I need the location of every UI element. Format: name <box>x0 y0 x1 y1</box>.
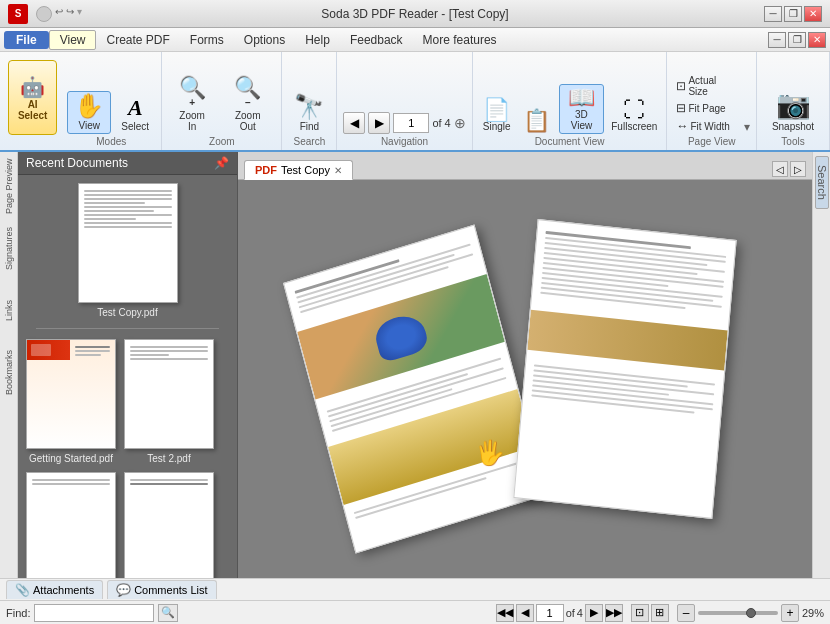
ribbon-restore-btn[interactable]: ❐ <box>788 32 806 48</box>
pdf-canvas[interactable]: 🖐 <box>238 180 812 578</box>
find-bar-label: Find: <box>6 607 30 619</box>
status-bar: Find: 🔍 ◀◀ ◀ of 4 ▶ ▶▶ ⊡ ⊞ – + 29% <box>0 600 830 624</box>
menu-create-pdf[interactable]: Create PDF <box>96 31 179 49</box>
page-next-btn[interactable]: ▶ <box>585 604 603 622</box>
doc-tab-test-copy[interactable]: PDF Test Copy ✕ <box>244 160 353 180</box>
comments-tab[interactable]: 💬 Comments List <box>107 580 216 599</box>
zoom-in-btn[interactable]: 🔍 + Zoom In <box>168 75 216 134</box>
recent-panel-header: Recent Documents 📌 <box>18 152 237 175</box>
fit-width-status-btn[interactable]: ⊞ <box>651 604 669 622</box>
ai-select-btn[interactable]: 🤖 AI Select <box>8 60 57 135</box>
zoom-out-btn[interactable]: 🔍 – Zoom Out <box>220 75 275 134</box>
find-icon: 🔭 <box>294 95 324 119</box>
page-number-input[interactable] <box>393 113 429 133</box>
single-view-btn[interactable]: 📄 Single <box>479 97 515 134</box>
fit-page-btn[interactable]: ⊟ Fit Page <box>673 100 740 116</box>
tools-group-label: Tools <box>781 134 804 150</box>
modes-content: ✋ View A Select <box>67 52 155 134</box>
status-page-input[interactable] <box>536 604 564 622</box>
ribbon-close-btn[interactable]: ✕ <box>808 32 826 48</box>
view-mode-btn[interactable]: ✋ View <box>67 91 111 134</box>
page-last-btn[interactable]: ▶▶ <box>605 604 623 622</box>
ribbon-group-nav: ◀ ▶ of 4 ⊕ Navigation <box>337 52 472 150</box>
sidebar-item-bookmarks[interactable]: Bookmarks <box>1 342 17 402</box>
find-content: 🔭 Find <box>288 52 330 134</box>
zoom-thumb[interactable] <box>746 608 756 618</box>
find-search-icon: 🔍 <box>161 606 175 619</box>
zoom-slider[interactable] <box>698 611 778 615</box>
find-group-label: Search <box>294 134 326 150</box>
restore-btn[interactable]: ❐ <box>784 6 802 22</box>
thumb-line <box>84 218 137 220</box>
redo-btn[interactable]: ↪ <box>66 6 74 22</box>
sidebar-item-signatures[interactable]: Signatures <box>1 218 17 278</box>
find-btn[interactable]: 🔭 Find <box>288 93 330 134</box>
docview-content: 📄 Single 📋 📖 3D View ⛶ Fullscreen <box>479 52 661 134</box>
status-right: ◀◀ ◀ of 4 ▶ ▶▶ ⊡ ⊞ – + 29% <box>496 604 824 622</box>
right-sidebar-search[interactable]: Search <box>815 156 829 209</box>
page-text-lines-right <box>531 220 735 326</box>
thumb-test <box>26 472 116 578</box>
tab-close-btn[interactable]: ✕ <box>334 165 342 176</box>
zoom-decrease-btn[interactable]: – <box>677 604 695 622</box>
fit-width-btn[interactable]: ↔ Fit Width <box>673 118 740 134</box>
continuous-view-btn[interactable]: 📋 <box>519 108 555 134</box>
ribbon-minimize-btn[interactable]: ─ <box>768 32 786 48</box>
attachments-tab[interactable]: 📎 Attachments <box>6 580 103 599</box>
page-first-btn[interactable]: ◀◀ <box>496 604 514 622</box>
ribbon-group-zoom: 🔍 + Zoom In 🔍 – Zoom Out Zoom <box>162 52 282 150</box>
menu-help[interactable]: Help <box>295 31 340 49</box>
thumb-lines-tp <box>125 473 213 493</box>
doc-tab-nav: ◁ ▷ <box>772 161 806 179</box>
nav-prev-btn[interactable]: ◀ <box>343 112 365 134</box>
nav-next-btn[interactable]: ▶ <box>368 112 390 134</box>
page-prev-btn[interactable]: ◀ <box>516 604 534 622</box>
fit-page-status-btn[interactable]: ⊡ <box>631 604 649 622</box>
recent-item-test[interactable]: Test.pdf <box>26 472 116 578</box>
find-bar-input[interactable] <box>34 604 154 622</box>
pin-icon[interactable]: 📌 <box>214 156 229 170</box>
3d-view-btn[interactable]: 📖 3D View <box>559 84 605 134</box>
thumb-line <box>84 226 172 228</box>
snapshot-btn[interactable]: 📷 Snapshot <box>763 86 823 134</box>
main-content: Page Preview Signatures Links Bookmarks … <box>0 152 830 578</box>
ribbon-group-docview: 📄 Single 📋 📖 3D View ⛶ Fullscreen Docume… <box>473 52 668 150</box>
nav-group-label: Navigation <box>381 134 428 150</box>
tab-nav-left-btn[interactable]: ◁ <box>772 161 788 177</box>
menu-more-features[interactable]: More features <box>413 31 507 49</box>
find-search-btn[interactable]: 🔍 <box>158 604 178 622</box>
title-bar: S ↩ ↪ ▾ Soda 3D PDF Reader - [Test Copy]… <box>0 0 830 28</box>
menu-view[interactable]: View <box>49 30 97 50</box>
actual-size-btn[interactable]: ⊡ Actual Size <box>673 74 740 98</box>
recent-item-test-password[interactable]: Test_Password_Open File <box>124 472 214 578</box>
tab-nav-right-btn[interactable]: ▷ <box>790 161 806 177</box>
quick-access-save[interactable] <box>36 6 52 22</box>
recent-item-test2[interactable]: Test 2.pdf <box>124 339 214 464</box>
thumb-logo <box>31 344 51 356</box>
sidebar-item-links[interactable]: Links <box>1 280 17 340</box>
menu-forms[interactable]: Forms <box>180 31 234 49</box>
thumb-test-password <box>124 472 214 578</box>
page-of-label: of <box>432 117 441 129</box>
pageview-dropdown-icon[interactable]: ▾ <box>744 120 750 134</box>
close-btn[interactable]: ✕ <box>804 6 822 22</box>
menu-options[interactable]: Options <box>234 31 295 49</box>
menu-file[interactable]: File <box>4 31 49 49</box>
recent-item-getting-started[interactable]: Getting Started.pdf <box>26 339 116 464</box>
actual-size-icon: ⊡ <box>676 79 686 93</box>
status-page-of: of <box>566 607 575 619</box>
minimize-btn[interactable]: ─ <box>764 6 782 22</box>
select-mode-btn[interactable]: A Select <box>115 95 155 134</box>
menu-bar: File View Create PDF Forms Options Help … <box>0 28 830 52</box>
fullscreen-label: Fullscreen <box>611 121 657 132</box>
attachments-icon: 📎 <box>15 583 30 597</box>
find-label: Find <box>300 121 319 132</box>
sidebar-item-page-preview[interactable]: Page Preview <box>1 156 17 216</box>
recent-item-test-copy[interactable]: Test Copy.pdf <box>26 183 229 318</box>
page-down-arrow[interactable]: ⊕ <box>454 115 466 131</box>
undo-btn[interactable]: ↩ <box>55 6 63 22</box>
fullscreen-btn[interactable]: ⛶ Fullscreen <box>608 97 660 134</box>
menu-feedback[interactable]: Feedback <box>340 31 413 49</box>
thumb-line <box>130 483 208 485</box>
zoom-increase-btn[interactable]: + <box>781 604 799 622</box>
